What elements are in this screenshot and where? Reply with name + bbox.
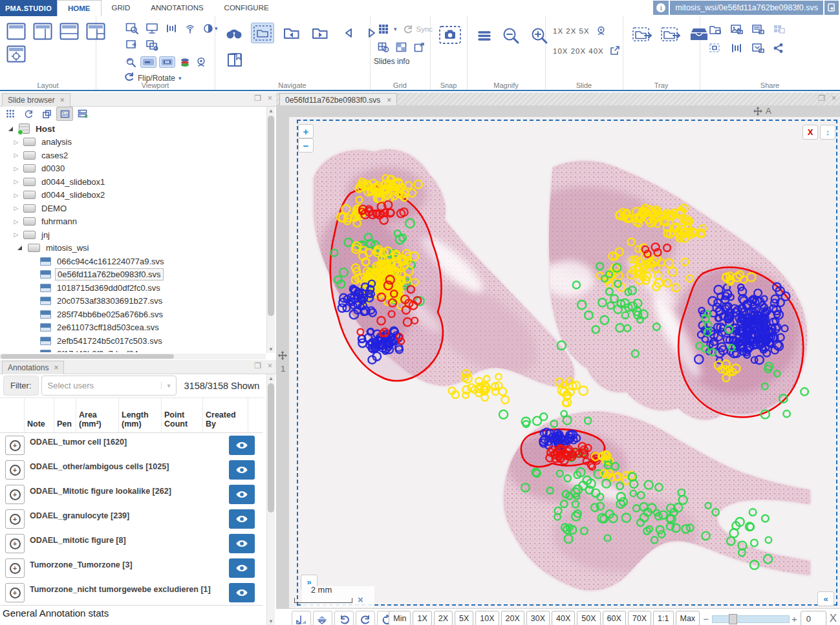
- share-barcode-icon[interactable]: [729, 41, 744, 55]
- annotation-row[interactable]: +Tumorzone_Tumorzone [3]: [0, 556, 263, 581]
- slides-info-label[interactable]: Slides info: [374, 57, 409, 66]
- flip-horizontal-button[interactable]: [292, 611, 311, 625]
- webcam-icon[interactable]: [195, 56, 208, 69]
- magnify-menu-icon[interactable]: [476, 28, 493, 43]
- zoom-level-40x[interactable]: 40X: [552, 611, 575, 625]
- zoom-level-20x[interactable]: 20X: [501, 611, 524, 625]
- slider-minus[interactable]: −: [702, 613, 710, 624]
- duplicate-view-icon[interactable]: [144, 38, 160, 52]
- expander-closed-icon[interactable]: ▷: [13, 192, 19, 198]
- collapse-panel-button[interactable]: «: [817, 591, 834, 606]
- tree-folder[interactable]: ▷d0044_slidebox1: [0, 175, 265, 189]
- annotation-row[interactable]: +ODAEL_granulocyte [239]: [0, 507, 263, 532]
- annotations-scrollbar[interactable]: ▲ ▼: [266, 374, 275, 625]
- slide-info-button[interactable]: i: [653, 1, 669, 15]
- previous-slide-button[interactable]: [343, 26, 354, 40]
- zoom-in-button[interactable]: +: [298, 124, 314, 138]
- tree-root-host[interactable]: Host: [0, 122, 265, 136]
- zoom-level-70x[interactable]: 70X: [628, 611, 651, 625]
- zoom-slider[interactable]: [712, 613, 788, 624]
- find-slide-icon[interactable]: [224, 25, 244, 41]
- export-icon[interactable]: [38, 107, 55, 121]
- scroll-down-icon[interactable]: ▼: [267, 345, 275, 353]
- grid-expand-icon[interactable]: [413, 41, 427, 54]
- rotate-ccw-button[interactable]: [334, 611, 354, 625]
- filename-overlay-toggle[interactable]: [140, 56, 156, 68]
- share-slide-icon[interactable]: [750, 23, 766, 36]
- slide-canvas[interactable]: [289, 117, 840, 608]
- add-to-tray-button[interactable]: [630, 24, 654, 45]
- barcode-icon[interactable]: [164, 22, 178, 35]
- scroll-up-icon[interactable]: ▲: [267, 107, 275, 114]
- layout-settings-button[interactable]: [5, 44, 27, 64]
- slide-mags-low[interactable]: 1X 2X 5X: [553, 27, 590, 35]
- expand-annotation-button[interactable]: +: [5, 460, 25, 480]
- previous-folder-button[interactable]: [281, 24, 303, 42]
- monitor-icon[interactable]: [144, 21, 160, 36]
- expander-closed-icon[interactable]: ▷: [13, 178, 19, 185]
- expander-closed-icon[interactable]: ▷: [13, 165, 19, 172]
- next-folder-button[interactable]: [309, 24, 331, 42]
- layout-bottom-panel-button[interactable]: [58, 21, 80, 41]
- close-icon[interactable]: ×: [60, 96, 65, 105]
- open-folder-browser-button[interactable]: [251, 23, 274, 43]
- tree-file[interactable]: 285f74bb6be025a676b6.svs: [0, 308, 265, 321]
- tree-folder-expanded[interactable]: mitosis_wsi: [0, 242, 265, 255]
- close-icon[interactable]: ×: [832, 94, 836, 103]
- layout-single-button[interactable]: [5, 21, 27, 41]
- slide-browser-tab[interactable]: Slide browser ×: [2, 93, 70, 107]
- tree-folder[interactable]: ▷fuhrmann: [0, 215, 265, 229]
- toggle-visibility-button[interactable]: [229, 485, 255, 504]
- toggle-visibility-button[interactable]: [229, 509, 255, 529]
- zoom-out-icon[interactable]: [501, 25, 521, 46]
- share-image-icon[interactable]: [729, 23, 744, 36]
- expand-annotation-button[interactable]: +: [5, 558, 25, 578]
- expander-closed-icon[interactable]: ▷: [13, 218, 19, 225]
- grid-column-header[interactable]: A: [276, 105, 840, 118]
- zoom-level-30x[interactable]: 30X: [526, 611, 550, 625]
- annotation-row[interactable]: +ODAEL_other/ambigous cells [1025]: [0, 458, 263, 483]
- expand-annotation-button[interactable]: +: [5, 436, 25, 455]
- expand-annotation-button[interactable]: +: [5, 583, 25, 602]
- toggle-visibility-button[interactable]: [229, 460, 255, 480]
- rotation-value[interactable]: 0: [801, 611, 826, 625]
- tree-folder[interactable]: ▷d0030: [0, 162, 265, 176]
- zoom-level-min[interactable]: Min: [389, 611, 411, 625]
- expander-open-icon[interactable]: [13, 246, 22, 250]
- slider-plus[interactable]: +: [790, 613, 799, 624]
- zoom-level-10x[interactable]: 10X: [475, 611, 499, 625]
- share-download-icon[interactable]: [750, 41, 766, 55]
- zoom-out-button[interactable]: −: [298, 138, 314, 153]
- snapshot-button[interactable]: [437, 24, 463, 46]
- tree-file[interactable]: 2f17d43b3f9e7dacf24c.svs: [0, 348, 265, 353]
- tab-configure[interactable]: CONFIGURE: [214, 0, 279, 16]
- scroll-down-icon[interactable]: ▼: [267, 617, 275, 625]
- zoom-level-max[interactable]: Max: [676, 611, 700, 625]
- tree-folder[interactable]: ▷DEMO: [0, 202, 265, 215]
- image-view-icon[interactable]: [56, 107, 73, 121]
- annotation-row[interactable]: +Tumorzone_nicht tumorgewebe excludieren…: [0, 580, 263, 606]
- refresh-icon[interactable]: [20, 107, 37, 121]
- expander-open-icon[interactable]: [4, 127, 13, 131]
- expand-annotation-button[interactable]: +: [5, 509, 25, 529]
- tab-grid[interactable]: GRID: [102, 0, 141, 16]
- server-view-icon[interactable]: [74, 107, 91, 121]
- tree-file[interactable]: 2efb541724b5c017c503.svs: [0, 334, 265, 348]
- toggle-visibility-button[interactable]: [229, 583, 255, 602]
- layout-right-panel-button[interactable]: [32, 21, 54, 41]
- share-link-icon[interactable]: [771, 41, 786, 55]
- tree-file[interactable]: 2e611073cff18d503cea.svs: [0, 321, 265, 335]
- zoom-level-1x[interactable]: 1X: [413, 611, 431, 625]
- brand-tab[interactable]: PMA.STUDIO: [0, 0, 57, 16]
- copy-path-button[interactable]: [824, 1, 839, 15]
- barcode-overlay-toggle[interactable]: [159, 56, 175, 68]
- slide-browser-hscrollbar[interactable]: [0, 354, 266, 359]
- toggle-visibility-button[interactable]: [229, 436, 255, 455]
- tab-annotations[interactable]: ANNOTATIONS: [140, 0, 213, 16]
- tree-file[interactable]: 1018715d369dd0df2fc0.svs: [0, 281, 265, 295]
- zoom-level-2x[interactable]: 2X: [434, 611, 453, 625]
- grid-layout-icon[interactable]: [376, 22, 392, 36]
- slide-mags-high[interactable]: 10X 20X 40X: [553, 47, 604, 55]
- expander-closed-icon[interactable]: ▷: [13, 139, 19, 145]
- tree-folder[interactable]: ▷analysis: [0, 136, 265, 149]
